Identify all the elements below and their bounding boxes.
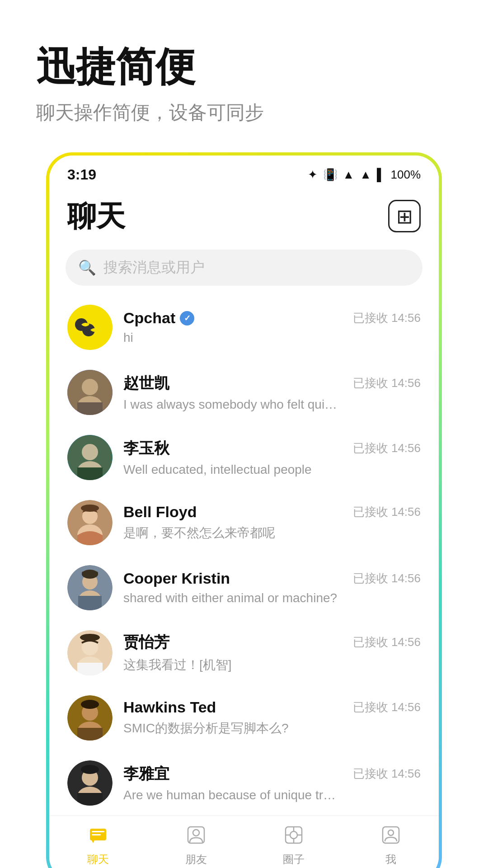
battery-pct: 100% <box>391 168 421 182</box>
nav-item-me[interactable]: 我 <box>381 825 401 867</box>
chat-name-li-yuqiu: 李玉秋 <box>123 438 169 459</box>
chat-preview-cooper: shared with either animal or machine? <box>123 591 340 605</box>
svg-point-44 <box>290 831 297 839</box>
page-title: 迅捷简便 <box>36 45 452 89</box>
chat-item-jia[interactable]: 贾怡芳 已接收 14:56 这集我看过！[机智] <box>49 620 439 685</box>
chat-content-bell: Bell Floyd 已接收 14:56 是啊，要不然怎么来帝都呢 <box>123 503 421 542</box>
status-icons: ✦ 📳 ▲ ▲ ▌ 100% <box>308 168 421 182</box>
nav-label-friends: 朋友 <box>185 852 207 867</box>
chat-item-zhao[interactable]: 赵世凯 已接收 14:56 I was always somebody who … <box>49 360 439 425</box>
svg-point-36 <box>81 765 99 774</box>
nav-label-chat: 聊天 <box>87 852 109 867</box>
chat-item-cooper[interactable]: Cooper Kristin 已接收 14:56 shared with eit… <box>49 555 439 620</box>
svg-rect-11 <box>77 467 103 480</box>
avatar-cpchat <box>67 305 113 350</box>
battery-icon: ▌ <box>377 168 385 182</box>
chat-time-li-yaya: 已接收 14:56 <box>353 766 421 782</box>
chat-item-hawkins[interactable]: Hawkins Ted 已接收 14:56 SMIC的数据分析是写脚本么? <box>49 685 439 750</box>
nav-item-friends[interactable]: 朋友 <box>185 825 207 867</box>
add-chat-button[interactable]: ⊞ <box>388 200 421 232</box>
plus-icon: ⊞ <box>396 205 413 228</box>
chat-nav-icon <box>88 825 108 849</box>
chat-header: 聊天 ⊞ <box>49 188 439 245</box>
chat-name-row-cooper: Cooper Kristin 已接收 14:56 <box>123 570 421 587</box>
avatar-li-yuqiu <box>67 435 113 480</box>
svg-point-50 <box>388 830 394 835</box>
friends-nav-icon <box>186 825 206 849</box>
svg-point-9 <box>82 444 98 460</box>
svg-marker-40 <box>92 840 94 843</box>
chat-content-hawkins: Hawkins Ted 已接收 14:56 SMIC的数据分析是写脚本么? <box>123 698 421 737</box>
search-input[interactable]: 搜索消息或用户 <box>103 258 410 278</box>
chat-name-row-zhao: 赵世凯 已接收 14:56 <box>123 373 421 394</box>
chat-preview-zhao: I was always somebody who felt quite ... <box>123 397 340 412</box>
chat-list: Cpchat ✓ 已接收 14:56 hi <box>49 295 439 816</box>
chat-name-row-bell: Bell Floyd 已接收 14:56 <box>123 503 421 521</box>
chat-screen-title: 聊天 <box>67 197 125 236</box>
svg-rect-19 <box>78 596 102 610</box>
nav-label-circle: 圈子 <box>283 852 305 867</box>
avatar-jia <box>67 630 113 675</box>
chat-content-cooper: Cooper Kristin 已接收 14:56 shared with eit… <box>123 570 421 605</box>
chat-item-cpchat[interactable]: Cpchat ✓ 已接收 14:56 hi <box>49 295 439 360</box>
phone-inner: 3:19 ✦ 📳 ▲ ▲ ▌ 100% 聊天 ⊞ 🔍 搜索消息或用户 <box>49 156 439 868</box>
verified-badge: ✓ <box>180 311 194 326</box>
svg-point-42 <box>193 830 199 836</box>
phone-frame: 3:19 ✦ 📳 ▲ ▲ ▌ 100% 聊天 ⊞ 🔍 搜索消息或用户 <box>46 152 442 868</box>
nav-label-me: 我 <box>385 852 396 867</box>
chat-time-jia: 已接收 14:56 <box>353 634 421 650</box>
svg-point-31 <box>81 700 99 709</box>
svg-point-26 <box>80 634 100 641</box>
chat-time-hawkins: 已接收 14:56 <box>353 699 421 715</box>
chat-content-zhao: 赵世凯 已接收 14:56 I was always somebody who … <box>123 373 421 412</box>
chat-item-li-yaya[interactable]: 李雅宜 已接收 14:56 Are we human because of un… <box>49 750 439 816</box>
bluetooth-icon: ✦ <box>308 168 318 182</box>
avatar-cooper <box>67 565 113 610</box>
chat-name-cooper: Cooper Kristin <box>123 570 230 587</box>
chat-time-cooper: 已接收 14:56 <box>353 571 421 586</box>
chat-name-row-li: 李玉秋 已接收 14:56 <box>123 438 421 459</box>
page-header: 迅捷简便 聊天操作简便，设备可同步 <box>0 0 488 152</box>
chat-name-bell: Bell Floyd <box>123 503 197 521</box>
svg-rect-7 <box>77 402 103 415</box>
avatar-li-yaya <box>67 760 113 806</box>
chat-item-li-yuqiu[interactable]: 李玉秋 已接收 14:56 Well educated, intellectua… <box>49 425 439 490</box>
svg-rect-38 <box>92 831 104 832</box>
chat-name-row-jia: 贾怡芳 已接收 14:56 <box>123 632 421 653</box>
svg-point-5 <box>82 379 98 395</box>
signal-icon: ▲ <box>360 168 371 182</box>
chat-name-row: Cpchat ✓ 已接收 14:56 <box>123 309 421 327</box>
chat-name-jia: 贾怡芳 <box>123 632 169 653</box>
chat-content-cpchat: Cpchat ✓ 已接收 14:56 hi <box>123 309 421 345</box>
avatar-zhao <box>67 370 113 415</box>
svg-rect-35 <box>77 793 103 806</box>
avatar-bell <box>67 500 113 545</box>
chat-item-bell[interactable]: Bell Floyd 已接收 14:56 是啊，要不然怎么来帝都呢 <box>49 490 439 555</box>
chat-preview-cpchat: hi <box>123 330 340 345</box>
chat-preview-bell: 是啊，要不然怎么来帝都呢 <box>123 524 340 542</box>
chat-preview-li-yaya: Are we human because of unique traits an… <box>123 788 340 802</box>
circle-nav-icon <box>284 825 304 849</box>
bottom-nav: 聊天 朋友 <box>49 816 439 868</box>
svg-rect-21 <box>82 571 98 575</box>
chat-content-jia: 贾怡芳 已接收 14:56 这集我看过！[机智] <box>123 632 421 674</box>
chat-time-bell: 已接收 14:56 <box>353 504 421 520</box>
svg-rect-25 <box>77 663 103 675</box>
nav-item-circle[interactable]: 圈子 <box>283 825 305 867</box>
chat-name-row-hawkins: Hawkins Ted 已接收 14:56 <box>123 698 421 716</box>
page-subtitle: 聊天操作简便，设备可同步 <box>36 100 452 125</box>
chat-name-hawkins: Hawkins Ted <box>123 698 216 716</box>
chat-name-row-li-yaya: 李雅宜 已接收 14:56 <box>123 764 421 784</box>
nav-item-chat[interactable]: 聊天 <box>87 825 109 867</box>
chat-name-li-yaya: 李雅宜 <box>123 764 169 784</box>
vibrate-icon: 📳 <box>323 168 338 182</box>
chat-name-cpchat: Cpchat ✓ <box>123 309 194 327</box>
chat-time-li: 已接收 14:56 <box>353 440 421 456</box>
svg-point-2 <box>83 323 85 326</box>
search-bar[interactable]: 🔍 搜索消息或用户 <box>66 250 422 286</box>
status-bar: 3:19 ✦ 📳 ▲ ▲ ▌ 100% <box>49 156 439 188</box>
svg-point-3 <box>94 329 97 331</box>
chat-content-li-yuqiu: 李玉秋 已接收 14:56 Well educated, intellectua… <box>123 438 421 477</box>
svg-rect-30 <box>77 728 103 741</box>
chat-name-zhao: 赵世凯 <box>123 373 169 394</box>
